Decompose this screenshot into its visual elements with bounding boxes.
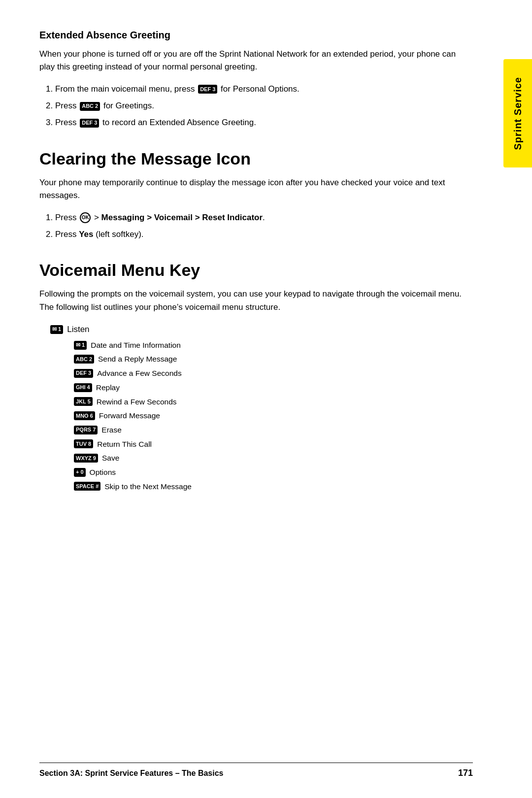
- sub-item-7-label: Erase: [101, 425, 122, 435]
- key-sub-0: + 0: [74, 468, 86, 477]
- menu-item-listen: ✉ 1 Listen: [49, 324, 473, 335]
- section1-step-1: From the main voicemail menu, press DEF …: [55, 83, 473, 96]
- sub-item-2-label: Send a Reply Message: [98, 354, 177, 365]
- footer-text: Section 3A: Sprint Service Features – Th…: [39, 769, 223, 778]
- sub-item-9-label: Save: [102, 453, 119, 464]
- section2-heading: Clearing the Message Icon: [39, 149, 473, 168]
- menu-ok-icon: OK: [80, 212, 91, 223]
- section1-steps: From the main voicemail menu, press DEF …: [55, 83, 473, 130]
- sub-item-3-label: Advance a Few Seconds: [97, 368, 181, 379]
- side-tab-text: Sprint Service: [512, 77, 524, 150]
- key-sub-5: JKL 5: [74, 397, 93, 406]
- sub-item-hash-label: Skip to the Next Message: [104, 481, 192, 492]
- sub-item-8-label: Return This Call: [97, 439, 152, 450]
- section1-heading: Extended Absence Greeting: [39, 30, 473, 41]
- key-sub-hash: SPACE #: [74, 482, 100, 491]
- menu-key-top-list: ✉ 1 Listen ✉ 1 Date and Time Information…: [49, 324, 473, 492]
- section2-step-1: Press OK > Messaging > Voicemail > Reset…: [55, 211, 473, 224]
- side-tab: Sprint Service: [503, 59, 532, 167]
- section2-step-2: Press Yes (left softkey).: [55, 228, 473, 241]
- section2-steps: Press OK > Messaging > Voicemail > Reset…: [55, 211, 473, 241]
- page-container: Sprint Service Extended Absence Greeting…: [0, 0, 532, 798]
- sub-item-8: TUV 8 Return This Call: [73, 439, 473, 450]
- section2-body: Your phone may temporarily continue to d…: [39, 176, 473, 202]
- key-abc2-step2: ABC 2: [80, 102, 100, 111]
- key-listen: ✉ 1: [50, 325, 63, 334]
- key-def3-step3: DEF 3: [80, 119, 99, 128]
- key-sub-6: MNO 6: [74, 411, 95, 420]
- key-sub-7: PQRS 7: [74, 426, 98, 434]
- sub-item-hash: SPACE # Skip to the Next Message: [73, 481, 473, 492]
- menu-item-listen-label: Listen: [67, 324, 89, 335]
- sub-item-4-label: Replay: [96, 382, 120, 393]
- sub-item-2: ABC 2 Send a Reply Message: [73, 354, 473, 365]
- sub-item-7: PQRS 7 Erase: [73, 425, 473, 435]
- section-voicemail-menu: Voicemail Menu Key Following the prompts…: [39, 261, 473, 492]
- section1-step-3: Press DEF 3 to record an Extended Absenc…: [55, 116, 473, 129]
- key-sub-9: WXYZ 9: [74, 454, 98, 463]
- section3-body: Following the prompts on the voicemail s…: [39, 288, 473, 314]
- sub-item-0: + 0 Options: [73, 467, 473, 478]
- page-footer: Section 3A: Sprint Service Features – Th…: [39, 763, 473, 778]
- sub-item-9: WXYZ 9 Save: [73, 453, 473, 464]
- key-def3-step1: DEF 3: [198, 85, 217, 94]
- key-sub-4: GHI 4: [74, 383, 92, 392]
- section1-step-2: Press ABC 2 for Greetings.: [55, 100, 473, 112]
- sub-item-1: ✉ 1 Date and Time Information: [73, 340, 473, 351]
- sub-item-6-label: Forward Message: [99, 410, 160, 421]
- sub-item-0-label: Options: [90, 467, 116, 478]
- key-sub-1: ✉ 1: [74, 341, 87, 350]
- sub-menu-key-list: ✉ 1 Date and Time Information ABC 2 Send…: [73, 340, 473, 492]
- key-sub-3: DEF 3: [74, 369, 93, 378]
- sub-item-6: MNO 6 Forward Message: [73, 410, 473, 421]
- sub-item-5: JKL 5 Rewind a Few Seconds: [73, 397, 473, 407]
- sub-item-5-label: Rewind a Few Seconds: [97, 397, 177, 407]
- section-extended-absence: Extended Absence Greeting When your phon…: [39, 30, 473, 130]
- footer-page: 171: [458, 768, 473, 778]
- section3-heading: Voicemail Menu Key: [39, 261, 473, 280]
- key-sub-8: TUV 8: [74, 439, 93, 448]
- sub-item-1-label: Date and Time Information: [91, 340, 181, 351]
- sub-item-3: DEF 3 Advance a Few Seconds: [73, 368, 473, 379]
- section-clearing-message: Clearing the Message Icon Your phone may…: [39, 149, 473, 241]
- section1-body: When your phone is turned off or you are…: [39, 48, 473, 74]
- sub-item-4: GHI 4 Replay: [73, 382, 473, 393]
- key-sub-2: ABC 2: [74, 355, 94, 364]
